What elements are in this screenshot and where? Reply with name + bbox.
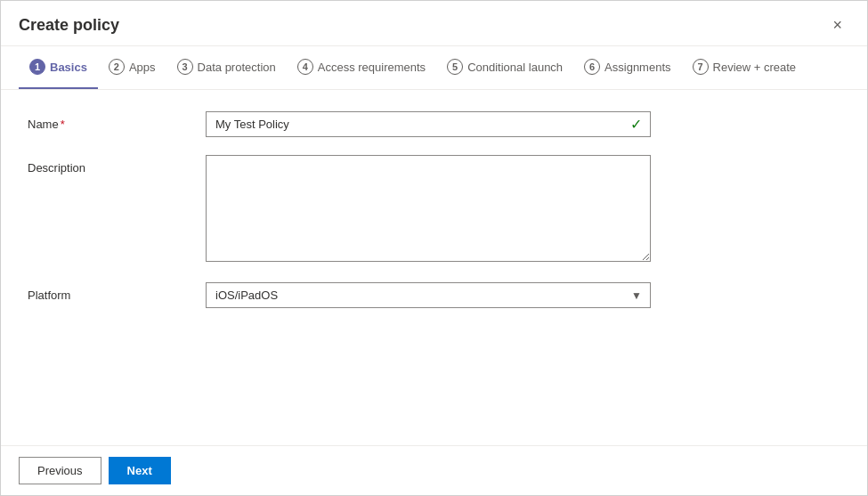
tab-assignments[interactable]: 6 Assignments <box>573 46 681 89</box>
dialog-footer: Previous Next <box>1 445 867 495</box>
name-row: Name* ✓ <box>28 111 840 137</box>
platform-select[interactable]: iOS/iPadOS Android Windows <box>206 282 651 308</box>
close-button[interactable]: × <box>825 13 849 37</box>
tab-review-create[interactable]: 7 Review + create <box>682 46 807 89</box>
tab-number-basics: 1 <box>29 59 45 75</box>
name-label: Name* <box>28 111 206 131</box>
dialog-header: Create policy × <box>1 1 867 46</box>
next-button[interactable]: Next <box>109 457 171 484</box>
tab-label-apps: Apps <box>129 61 156 74</box>
tab-label-conditional-launch: Conditional launch <box>467 61 563 74</box>
tab-access-requirements[interactable]: 4 Access requirements <box>287 46 436 89</box>
platform-select-wrapper: iOS/iPadOS Android Windows ▼ <box>206 282 651 308</box>
name-check-icon: ✓ <box>630 116 642 133</box>
tab-conditional-launch[interactable]: 5 Conditional launch <box>436 46 573 89</box>
description-label: Description <box>28 155 206 175</box>
name-input-wrap: ✓ <box>206 111 651 137</box>
tab-apps[interactable]: 2 Apps <box>98 46 166 89</box>
name-input[interactable] <box>206 111 651 137</box>
name-required-star: * <box>61 118 65 131</box>
platform-label: Platform <box>28 282 206 302</box>
tab-number-access-requirements: 4 <box>297 59 313 75</box>
tab-label-review-create: Review + create <box>713 61 797 74</box>
create-policy-dialog: Create policy × 1 Basics 2 Apps 3 Data p… <box>0 0 868 496</box>
tab-number-conditional-launch: 5 <box>447 59 463 75</box>
tab-label-assignments: Assignments <box>604 61 670 74</box>
description-input[interactable] <box>206 155 651 262</box>
tab-label-data-protection: Data protection <box>198 61 276 74</box>
previous-button[interactable]: Previous <box>19 457 101 484</box>
tab-data-protection[interactable]: 3 Data protection <box>166 46 287 89</box>
platform-select-wrap: iOS/iPadOS Android Windows ▼ <box>206 282 651 308</box>
name-input-wrapper: ✓ <box>206 111 651 137</box>
tab-label-access-requirements: Access requirements <box>318 61 426 74</box>
tab-number-review-create: 7 <box>693 59 709 75</box>
tab-label-basics: Basics <box>50 61 87 74</box>
dialog-title: Create policy <box>19 16 119 35</box>
tabs-bar: 1 Basics 2 Apps 3 Data protection 4 Acce… <box>1 46 867 90</box>
dialog-body: Name* ✓ Description Platform iOS/i <box>1 90 867 445</box>
tab-number-assignments: 6 <box>584 59 600 75</box>
tab-number-data-protection: 3 <box>177 59 193 75</box>
tab-basics[interactable]: 1 Basics <box>19 46 98 89</box>
tab-number-apps: 2 <box>109 59 125 75</box>
platform-row: Platform iOS/iPadOS Android Windows ▼ <box>28 282 840 308</box>
description-row: Description <box>28 155 840 264</box>
description-input-wrap <box>206 155 651 264</box>
